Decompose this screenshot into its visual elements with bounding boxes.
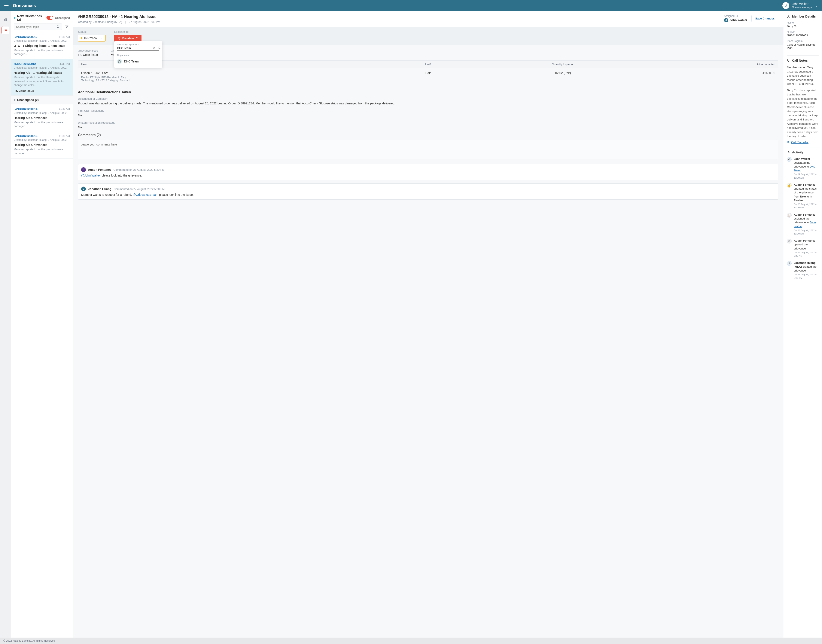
status-label: Status: <box>78 30 106 34</box>
play-icon <box>787 141 790 144</box>
main-content: #NBGR20230012 - HA - 1 Hearing Aid Issue… <box>73 11 784 638</box>
list-item[interactable]: ›#NBGR20230010 11:30 AM Created by: Jona… <box>11 32 73 59</box>
escalate-dropdown: Search by Department ✕ Department 🎧 DHC <box>114 41 162 67</box>
activity-item: ⏱ John Walker escalated the grievance to… <box>787 157 819 180</box>
comment: J Jonathan Huang Commented on 27 August,… <box>78 183 778 199</box>
status-dot-icon <box>14 17 15 18</box>
menu-icon[interactable] <box>4 4 9 7</box>
list-section-title: New Grievances (2) <box>14 14 46 21</box>
mail-icon: ✉ <box>787 239 791 244</box>
chevron-down-icon: ⌄ <box>815 4 818 7</box>
activity-item: 🔒 Austin Fontanez updated the status of … <box>787 183 819 210</box>
assign-icon: 📋 <box>787 213 791 218</box>
comment-input[interactable] <box>78 140 778 159</box>
user-avatar: J <box>782 2 789 9</box>
activity-item: 📋 Austin Fontanez assigned the grievance… <box>787 213 819 236</box>
grievance-list-pane: New Grievances (2) Unassigned <box>11 11 73 638</box>
activity-icon <box>787 150 790 154</box>
created-by: Created by: Jonathan Huang (MEA) <box>78 20 122 23</box>
member-details-heading: Member Details <box>787 15 819 18</box>
user-name: John Walker <box>792 2 813 6</box>
search-icon <box>56 25 60 28</box>
list-item[interactable]: ›#NBGR20230014 11:30 AM Created by: Jona… <box>11 104 73 131</box>
user-role: Grievance Analyst <box>792 6 813 9</box>
right-panel: Member Details NameTerry Cruz NHID#NH201… <box>784 11 822 638</box>
status-dropdown[interactable]: In Review ⌄ <box>78 35 106 41</box>
svg-point-4 <box>57 26 59 28</box>
filter-icon <box>65 25 69 28</box>
mention-link[interactable]: @John Walker <box>81 174 101 177</box>
svg-point-6 <box>788 15 789 16</box>
user-icon <box>787 15 790 18</box>
created-at: 27 August, 2022 5:30 PM <box>129 20 160 23</box>
comment: A Austin Fontanez Commented on 27 August… <box>78 164 778 180</box>
caret-icon: › <box>14 36 14 38</box>
headset-icon: 🎧 <box>117 59 122 64</box>
activity-heading: Activity <box>787 150 819 154</box>
nav-dashboard-icon[interactable] <box>2 15 9 23</box>
unassigned-toggle[interactable] <box>46 16 53 20</box>
dropdown-option[interactable]: 🎧 DHC Team <box>114 57 162 66</box>
search-input-wrapper[interactable] <box>14 23 62 30</box>
avatar: J <box>81 187 86 191</box>
details-heading: Additional Details/Actions Taken <box>78 90 778 94</box>
phone-icon <box>787 59 790 62</box>
topbar: Grievances J John Walker Grievance Analy… <box>0 0 822 11</box>
icon-sidebar <box>0 11 11 638</box>
escalate-button[interactable]: Escalate ⌃ <box>114 35 141 42</box>
footer: © 2022 Nations Benefits. All Rights Rese… <box>0 638 822 644</box>
nav-ticket-icon[interactable] <box>2 26 9 34</box>
status-dot-icon <box>14 99 15 101</box>
chevron-up-icon: ⌃ <box>136 37 138 40</box>
avatar: J <box>724 18 728 22</box>
save-button[interactable]: Save Changes <box>751 15 778 22</box>
chevron-down-icon: ⌄ <box>100 36 103 40</box>
caret-icon: › <box>14 108 14 110</box>
comments-heading: Comments (2) <box>78 133 778 137</box>
call-recording-link[interactable]: Call Recording <box>787 141 819 144</box>
activity-item: ⚑ Jonathan Huang (MEA) created the griev… <box>787 261 819 280</box>
lock-icon: 🔒 <box>787 183 791 188</box>
flag-icon: ⚑ <box>787 261 791 266</box>
clock-icon: ⏱ <box>787 157 791 162</box>
items-table: Item UoM Quantity Impacted Price Impacte… <box>78 60 778 85</box>
department-search-input[interactable] <box>117 46 153 50</box>
search-icon[interactable] <box>158 46 161 49</box>
send-icon <box>118 37 120 40</box>
svg-point-5 <box>158 47 160 48</box>
assigned-label: Assigned To <box>724 15 747 18</box>
table-row: Oticon KE262-DRW Family: KE Style: RIE (… <box>78 68 778 85</box>
section-header-unassigned: Unassigned (2) <box>11 96 73 104</box>
activity-item: ✉ Austin Fontanez opened the grievanceOn… <box>787 239 819 258</box>
mention-link[interactable]: @GrievancesTeam <box>133 193 158 196</box>
toggle-label: Unassigned <box>55 16 70 20</box>
call-notes-heading: Call Notes <box>787 58 819 62</box>
caret-icon: › <box>14 135 14 137</box>
filter-button[interactable] <box>64 24 70 30</box>
list-item[interactable]: #NBGR20230012 05:30 PM Created by: Jonat… <box>11 59 73 96</box>
close-icon[interactable]: ✕ <box>153 46 156 50</box>
svg-rect-2 <box>4 20 5 20</box>
app-title: Grievances <box>13 3 36 8</box>
grievance-title: #NBGR20230012 - HA - 1 Hearing Aid Issue <box>78 15 160 19</box>
assigned-to: J John Walker <box>724 18 747 22</box>
user-menu[interactable]: J John Walker Grievance Analyst ⌄ <box>782 2 818 9</box>
status-dot-icon <box>81 37 82 39</box>
svg-rect-3 <box>6 20 7 20</box>
list-item[interactable]: ›#NBGR20230015 11:30 AM Created by: Jona… <box>11 131 73 158</box>
svg-rect-1 <box>6 18 7 19</box>
avatar: A <box>81 167 86 172</box>
search-input[interactable] <box>16 25 56 28</box>
svg-rect-0 <box>4 18 5 19</box>
escalate-label: Escalate To: <box>114 30 141 34</box>
